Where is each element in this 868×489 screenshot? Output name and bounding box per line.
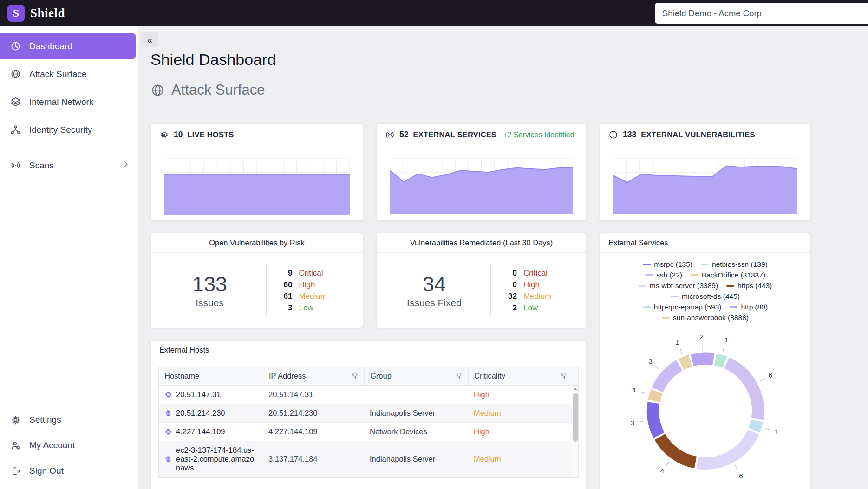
sidebar-item-label: My Account xyxy=(29,440,75,450)
chip-icon xyxy=(164,409,172,417)
live-hosts-sparkline xyxy=(164,158,350,215)
table-row[interactable]: 4.227.144.109 4.227.144.109 Network Devi… xyxy=(159,423,578,441)
svg-text:2: 2 xyxy=(699,333,703,341)
svg-text:3: 3 xyxy=(630,419,634,427)
sidebar-item-my-account[interactable]: My Account xyxy=(0,433,138,457)
table-scrollbar[interactable] xyxy=(572,386,578,477)
alert-icon xyxy=(608,130,618,140)
table-row[interactable]: 20.51.214.230 20.51.214.230 Indianapolis… xyxy=(159,404,578,423)
sidebar-item-identity-security[interactable]: Identity Security xyxy=(0,116,138,143)
svg-text:3: 3 xyxy=(648,357,652,365)
legend-swatch xyxy=(671,296,679,297)
sidebar-collapse-button[interactable]: « xyxy=(141,32,158,47)
column-header-criticality: Criticality xyxy=(468,367,573,385)
severity-row: 60High xyxy=(279,280,348,290)
criticality-badge: High xyxy=(474,390,489,399)
ip-address: 3.137.174.184 xyxy=(263,441,364,477)
legend-swatch xyxy=(730,306,737,308)
vulnerabilities-remediated-body: 34 Issues Fixed 0Critical 0High 32Medium… xyxy=(377,253,586,328)
sidebar-item-settings[interactable]: Settings xyxy=(0,408,138,432)
services-donut-chart: 1216164313 xyxy=(607,326,804,489)
sidebar-item-dashboard[interactable]: Dashboard xyxy=(0,33,136,59)
external-vulnerabilities-card: 133 EXTERNAL VULNERABILITIES xyxy=(600,123,811,221)
legend-item: BackOrifice (31337) xyxy=(691,271,765,279)
severity-breakdown: 9Critical 60High 61Medium 3Low xyxy=(279,269,348,313)
external-services-chart xyxy=(377,146,586,224)
gear-icon xyxy=(10,415,21,425)
open-vulnerabilities-body: 133 Issues 9Critical 60High 61Medium 3Lo… xyxy=(151,253,363,328)
sidebar-item-scans[interactable]: Scans xyxy=(0,152,138,179)
legend-item: microsoft-ds (445) xyxy=(671,292,740,301)
services-identified-badge: +2 Services Identified xyxy=(503,131,574,139)
section-title: Attack Surface xyxy=(171,82,265,98)
sidebar-item-label: Sign Out xyxy=(29,466,64,476)
hostname: 20.51.147.31 xyxy=(176,390,221,399)
vulnerabilities-remediated-card: Vulnerabilities Remediated (Last 30 Days… xyxy=(376,233,587,328)
severity-row: 2Low xyxy=(503,303,573,313)
external-services-card-header: 52 EXTERNAL SERVICES +2 Services Identif… xyxy=(377,124,586,146)
chip-icon xyxy=(164,391,172,399)
filter-icon[interactable] xyxy=(351,373,359,380)
group xyxy=(364,386,468,404)
external-vulnerabilities-chart xyxy=(600,146,810,225)
legend-item: msrpc (135) xyxy=(643,260,692,269)
app-shell: Dashboard Attack Surface Internal Networ… xyxy=(0,26,868,489)
vulnerabilities-remediated-title: Vulnerabilities Remediated (Last 30 Days… xyxy=(377,233,586,253)
signal-icon xyxy=(385,130,395,140)
sidebar-item-internal-network[interactable]: Internal Network xyxy=(0,89,138,115)
scrollbar-thumb[interactable] xyxy=(573,393,578,442)
sidebar-footer: Settings My Account Sign Out xyxy=(0,408,138,489)
live-hosts-card-header: 10 LIVE HOSTS xyxy=(151,124,363,146)
table-row[interactable]: 20.51.147.31 20.51.147.31 High xyxy=(159,386,578,404)
column-header-hostname: Hostname xyxy=(159,367,263,385)
svg-text:1: 1 xyxy=(724,336,728,344)
vertical-divider xyxy=(266,265,267,316)
table-header: Hostname IP Address Group Criticality xyxy=(158,367,579,386)
open-vulnerabilities-card: Open Vulnerabilities by Risk 133 Issues … xyxy=(150,233,363,328)
open-issues-count: 133 xyxy=(166,272,254,296)
svg-text:4: 4 xyxy=(660,467,664,475)
sidebar-item-sign-out[interactable]: Sign Out xyxy=(0,459,138,483)
external-services-count: 52 xyxy=(399,130,408,140)
dashboard-icon xyxy=(10,41,21,51)
live-hosts-label: LIVE HOSTS xyxy=(187,130,234,139)
svg-text:6: 6 xyxy=(768,371,772,379)
globe-icon xyxy=(10,69,21,79)
external-vulnerabilities-label: EXTERNAL VULNERABILITIES xyxy=(641,130,755,139)
radar-icon xyxy=(10,160,21,171)
legend-item: http-rpc-epmap (593) xyxy=(643,303,722,311)
filter-icon[interactable] xyxy=(560,373,568,380)
legend-item: netbios-ssn (139) xyxy=(701,260,768,269)
filter-icon[interactable] xyxy=(455,373,463,380)
legend-swatch xyxy=(691,274,698,276)
vertical-divider xyxy=(490,265,491,316)
section-header: Attack Surface xyxy=(150,82,868,98)
criticality-badge: Medium xyxy=(474,409,501,418)
sidebar-item-label: Internal Network xyxy=(29,97,93,107)
sidebar-item-label: Scans xyxy=(29,161,54,171)
external-services-breakdown-title: External Services xyxy=(600,233,810,253)
scrollbar-up-arrow[interactable] xyxy=(572,386,578,392)
severity-row: 9Critical xyxy=(279,269,348,278)
fixed-issues-total: 34 Issues Fixed xyxy=(390,272,478,309)
open-vulnerabilities-title: Open Vulnerabilities by Risk xyxy=(151,233,363,253)
criticality-badge: Medium xyxy=(474,455,501,463)
legend-swatch xyxy=(662,317,670,319)
org-selector[interactable]: Shield Demo - Acme Corp xyxy=(655,3,868,24)
severity-row: 61Medium xyxy=(279,292,348,301)
svg-text:1: 1 xyxy=(632,386,636,394)
external-services-card: 52 EXTERNAL SERVICES +2 Services Identif… xyxy=(376,123,587,221)
chip-icon xyxy=(164,428,172,436)
legend-swatch xyxy=(701,264,709,265)
external-hosts-title: External Hosts xyxy=(151,341,586,360)
sidebar-item-attack-surface[interactable]: Attack Surface xyxy=(0,61,138,87)
severity-row: 32Medium xyxy=(503,292,573,301)
external-services-breakdown-card: External Services msrpc (135) netbios-ss… xyxy=(600,233,811,489)
logo-letter: S xyxy=(13,7,19,19)
main-content: « Shield Dashboard Attack Surface 10 LIV… xyxy=(138,26,868,489)
table-row[interactable]: ec2-3-137-174-184.us-east-2.compute.amaz… xyxy=(159,441,578,477)
sidebar-item-label: Attack Surface xyxy=(29,69,87,79)
dashboard-grid: 10 LIVE HOSTS 52 EXTERNAL SERVICES +2 Se… xyxy=(150,123,868,489)
open-issues-total: 133 Issues xyxy=(166,272,254,309)
external-vulnerabilities-sparkline xyxy=(613,158,797,214)
